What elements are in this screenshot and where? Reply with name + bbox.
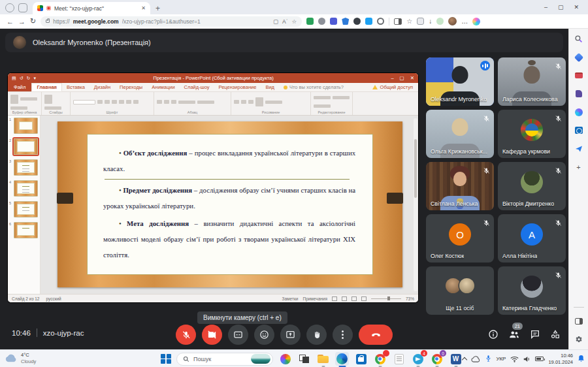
onedrive-cloud-icon[interactable]	[471, 353, 481, 365]
notes-button[interactable]: Заметки	[282, 296, 299, 301]
edge-app-icon[interactable]	[335, 352, 349, 366]
ppt-minimize-button[interactable]: –	[391, 75, 393, 81]
ribbon-group-slides[interactable]: Слайды	[42, 92, 71, 115]
ext-person-icon[interactable]	[353, 18, 361, 25]
ppt-slide-panel[interactable]: 1 2 3 4 5 6	[8, 116, 41, 294]
participant-tile-oleh[interactable]: О Олег Костюк	[426, 214, 494, 263]
ribbon-group-font[interactable]: Шрифт	[71, 92, 154, 115]
split-screen-icon[interactable]	[394, 18, 402, 25]
slide-thumbnail[interactable]: 6	[9, 222, 39, 238]
ribbon-group-paragraph[interactable]: Абзац	[154, 92, 231, 115]
sidebar-search-icon[interactable]	[574, 34, 583, 44]
close-button[interactable]: ✕	[574, 4, 579, 10]
start-button[interactable]	[161, 354, 171, 364]
participant-tile-olha[interactable]: Ольга Крижановськ...	[426, 110, 494, 158]
captions-button[interactable]	[228, 325, 248, 345]
sidebar-panel-icon[interactable]	[574, 316, 583, 326]
notes-app-icon[interactable]	[392, 352, 406, 366]
workspaces-icon[interactable]	[5, 3, 14, 12]
ribbon-group-editing[interactable]: Редактирование	[311, 92, 353, 115]
ppt-tab-slideshow[interactable]: Слайд-шоу	[180, 83, 214, 91]
leave-call-button[interactable]	[359, 325, 393, 345]
comments-button[interactable]: Примечания	[302, 296, 327, 301]
language-indicator[interactable]: русский	[46, 296, 61, 301]
ext-square-icon[interactable]	[365, 18, 372, 25]
forward-button[interactable]: →	[18, 18, 25, 25]
ext-shield-icon[interactable]	[342, 18, 349, 25]
view-sorter-icon[interactable]	[342, 296, 347, 301]
photos-app-icon[interactable]	[278, 352, 292, 366]
participant-tile-viktoriia[interactable]: Вікторія Дмитренко	[498, 162, 566, 210]
ppt-tab-insert[interactable]: Вставка	[62, 83, 90, 91]
collections-icon[interactable]	[417, 18, 424, 25]
participant-tile-alla[interactable]: А Алла Нікітіна	[498, 214, 566, 263]
address-bar[interactable]: https://meet.google.com/xzo-ujyp-rac?pli…	[41, 16, 302, 27]
ppt-tab-transitions[interactable]: Переходы	[115, 83, 147, 91]
copilot-icon[interactable]	[472, 18, 480, 25]
zoom-slider[interactable]	[371, 298, 401, 299]
participant-tile-oleksandr[interactable]: Oleksandr Myronenko	[426, 57, 494, 106]
back-button[interactable]: ←	[7, 18, 14, 25]
ppt-tab-design[interactable]: Дизайн	[90, 83, 115, 91]
browser-essentials-icon[interactable]	[436, 18, 444, 25]
chrome-alt-app-icon[interactable]: 0	[430, 352, 444, 366]
participant-tile-kateryna[interactable]: Катерина Гладченко	[498, 266, 566, 315]
notification-bell-icon[interactable]	[578, 353, 585, 365]
sidebar-drop-icon[interactable]	[574, 144, 583, 153]
ppt-tab-view[interactable]: Вид	[261, 83, 279, 91]
present-button[interactable]	[280, 325, 301, 345]
mic-toggle-button[interactable]	[176, 325, 196, 345]
slide-thumbnail[interactable]: 1	[9, 118, 39, 134]
slide-thumbnail[interactable]: 3	[9, 159, 39, 176]
activities-button[interactable]	[550, 329, 561, 342]
tray-overflow-icon[interactable]	[462, 357, 467, 362]
read-aloud-icon[interactable]: Aʾ	[282, 18, 288, 25]
weather-widget[interactable]: 4°CCloudy	[5, 352, 36, 365]
ppt-quick-access-toolbar[interactable]: ▤ ↺ ↻ ▾	[12, 76, 36, 81]
favorite-star-icon[interactable]: ☆	[292, 18, 297, 25]
view-reading-icon[interactable]	[351, 296, 357, 301]
ribbon-group-clipboard[interactable]: Буфер обмена	[8, 92, 42, 115]
microphone-tray-icon[interactable]	[485, 353, 491, 365]
minimize-button[interactable]: –	[544, 4, 547, 10]
tab-actions-icon[interactable]	[18, 3, 27, 12]
file-explorer-icon[interactable]	[316, 352, 330, 366]
settings-gear-icon[interactable]	[574, 334, 583, 344]
store-app-icon[interactable]	[354, 352, 368, 366]
favorites-icon[interactable]: ☆	[406, 18, 412, 25]
ribbon-group-drawing[interactable]: Рисование	[231, 92, 311, 115]
maximize-button[interactable]: ▢	[558, 4, 564, 10]
view-normal-icon[interactable]	[332, 296, 337, 301]
chat-button[interactable]	[530, 329, 540, 342]
powerpoint-window[interactable]: ▤ ↺ ↻ ▾ Презентація - PowerPoint (Сбой а…	[8, 73, 418, 302]
view-slideshow-icon[interactable]	[361, 296, 367, 301]
ext-asterisk-icon[interactable]	[318, 18, 325, 25]
ppt-share-button[interactable]: Общий доступ	[367, 83, 418, 91]
ppt-scrollbar[interactable]	[414, 118, 417, 291]
tab-close-icon[interactable]: ✕	[141, 5, 146, 11]
ppt-maximize-button[interactable]: ▢	[400, 75, 404, 81]
ppt-close-button[interactable]: ✕	[410, 75, 414, 81]
ext-download-icon[interactable]	[306, 18, 314, 25]
sidebar-games-icon[interactable]	[574, 89, 583, 99]
ppt-tab-file[interactable]: Файл	[8, 83, 31, 91]
volume-icon[interactable]	[523, 353, 531, 365]
word-app-icon[interactable]: W	[449, 352, 463, 366]
participant-tile-larysa[interactable]: Лариса Колесникова	[498, 57, 566, 106]
media-control-icon[interactable]: ▢	[273, 18, 278, 25]
new-tab-button[interactable]: +	[155, 4, 160, 13]
downloads-icon[interactable]: ↓	[429, 18, 432, 25]
ext-grid-icon[interactable]	[330, 18, 337, 25]
slide-thumbnail-selected[interactable]: 2	[9, 138, 39, 155]
battery-icon[interactable]	[535, 357, 544, 361]
more-options-button[interactable]	[333, 325, 353, 345]
language-indicator[interactable]: УКР	[496, 356, 506, 362]
chrome-app-icon[interactable]	[373, 352, 387, 366]
reactions-button[interactable]	[254, 325, 274, 345]
camera-toggle-button[interactable]	[202, 325, 222, 345]
participant-tile-more-people[interactable]: Ще 11 осіб	[426, 266, 494, 315]
zoom-level[interactable]: 73%	[406, 296, 414, 301]
sidebar-designer-icon[interactable]	[574, 107, 583, 117]
telegram-app-icon[interactable]: 4	[411, 352, 425, 366]
wifi-icon[interactable]	[510, 353, 519, 365]
